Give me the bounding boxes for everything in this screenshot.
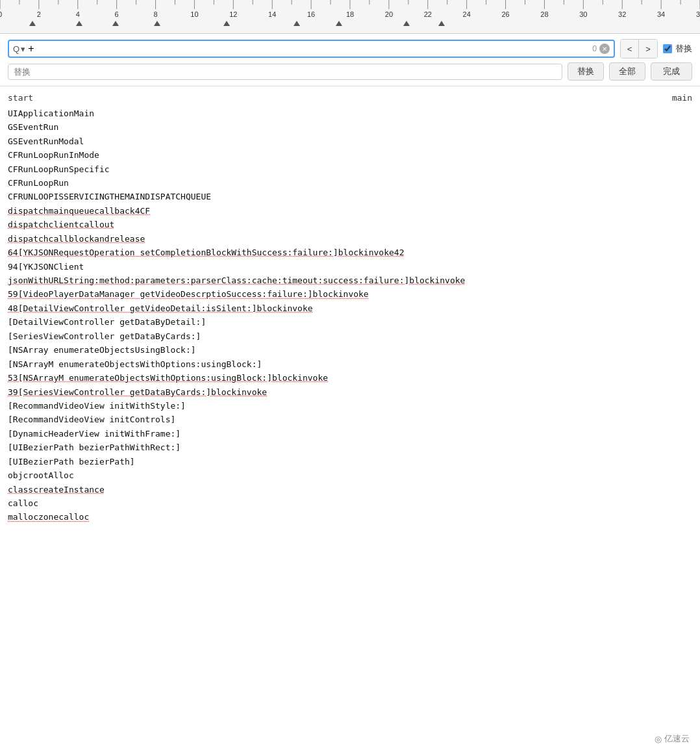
list-item: GSEventRunModal xyxy=(8,134,692,148)
search-prefix[interactable]: Q ▾ xyxy=(13,44,25,54)
list-item: CFRunLoopRun xyxy=(8,176,692,190)
list-item: [NSArray enumerateObjectsUsingBlock:] xyxy=(8,343,692,357)
list-item: jsonWithURLString:method:parameters:pars… xyxy=(8,274,692,287)
list-item: CFRunLoopRunInMode xyxy=(8,148,692,162)
code-area: start main UIApplicationMainGSEventRunGS… xyxy=(0,86,700,530)
col-right-label: main xyxy=(672,92,692,105)
list-item: GSEventRun xyxy=(8,120,692,134)
replace-checkbox[interactable] xyxy=(663,44,672,53)
search-plus-label: + xyxy=(28,43,34,55)
list-item: dispatchclientcallout xyxy=(8,218,692,231)
ruler xyxy=(0,0,700,34)
list-item: 64[YKJSONRequestOperation setCompletionB… xyxy=(8,246,692,259)
list-item: objcrootAlloc xyxy=(8,468,692,482)
list-item: 53[NSArrayM enumerateObjectsWithOptions:… xyxy=(8,371,692,385)
list-item: 48[DetailViewController getVideoDetail:i… xyxy=(8,301,692,315)
replace-button[interactable]: 替换 xyxy=(568,62,604,81)
list-item: [NSArrayM enumerateObjectsWithOptions:us… xyxy=(8,357,692,371)
brand-text: 亿速云 xyxy=(664,733,690,745)
list-item: UIApplicationMain xyxy=(8,107,692,120)
list-item: 94[YKJSONClient xyxy=(8,260,692,274)
search-dropdown-arrow[interactable]: ▾ xyxy=(21,44,25,54)
list-item: [DynamicHeaderView initWithFrame:] xyxy=(8,427,692,441)
replace-input[interactable] xyxy=(8,64,562,80)
list-item: dispatchcallblockandrelease xyxy=(8,232,692,246)
list-item: classcreateInstance xyxy=(8,483,692,496)
nav-prev-button[interactable]: < xyxy=(621,40,639,58)
list-item: 59[VideoPlayerDataManager getVideoDescrp… xyxy=(8,287,692,301)
list-item: dispatchmainqueuecallback4CF xyxy=(8,204,692,218)
brand-logo-icon: ◎ xyxy=(655,734,662,744)
search-input-wrapper[interactable]: Q ▾ + 0 ✕ xyxy=(8,40,615,58)
list-item: calloc xyxy=(8,496,692,510)
replace-all-button[interactable]: 全部 xyxy=(609,62,645,81)
list-item: [SeriesViewController getDataByCards:] xyxy=(8,329,692,343)
list-item: [UIBezierPath bezierPathWithRect:] xyxy=(8,441,692,454)
list-item: [RecommandVideoView initWithStyle:] xyxy=(8,399,692,413)
replace-row: 替换 全部 完成 xyxy=(8,62,692,81)
done-button[interactable]: 完成 xyxy=(651,62,692,81)
ruler-canvas xyxy=(0,0,700,34)
nav-buttons: < > xyxy=(620,39,658,58)
replace-checkbox-text: 替换 xyxy=(675,43,692,55)
search-row: Q ▾ + 0 ✕ < > 替换 xyxy=(8,39,692,58)
col-left-label: start xyxy=(8,92,33,105)
list-item: [RecommandVideoView initControls] xyxy=(8,413,692,426)
list-item: CFRunLoopRunSpecific xyxy=(8,162,692,176)
search-q-label: Q xyxy=(13,44,19,54)
search-area: Q ▾ + 0 ✕ < > 替换 替换 全部 完成 xyxy=(0,34,700,86)
column-header: start main xyxy=(8,92,692,105)
list-item: [UIBezierPath bezierPath] xyxy=(8,455,692,468)
search-count: 0 xyxy=(592,44,597,53)
list-item: CFRUNLOOPISSERVICINGTHEMAINDISPATCHQUEUE xyxy=(8,190,692,203)
bottom-brand: ◎ 亿速云 xyxy=(655,733,690,745)
list-item: 39[SeriesViewController getDataByCards:]… xyxy=(8,385,692,399)
code-lines: UIApplicationMainGSEventRunGSEventRunMod… xyxy=(8,107,692,524)
search-clear-button[interactable]: ✕ xyxy=(599,44,610,54)
replace-checkbox-label[interactable]: 替换 xyxy=(663,43,692,55)
list-item: [DetailViewController getDataByDetail:] xyxy=(8,315,692,329)
nav-next-button[interactable]: > xyxy=(639,40,657,58)
search-input[interactable] xyxy=(36,44,590,54)
list-item: malloczonecalloc xyxy=(8,510,692,524)
